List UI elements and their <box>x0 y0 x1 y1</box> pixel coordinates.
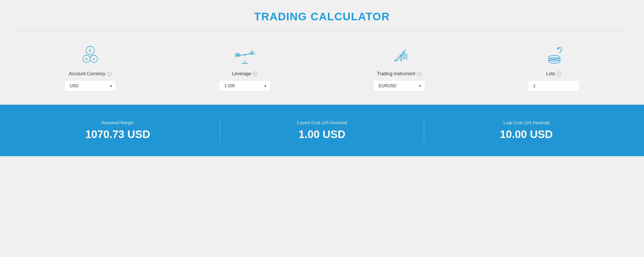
pip-cost-result: 1-pip Cost (2/4 Decimal) 10.00 USD <box>424 115 628 146</box>
svg-point-28 <box>549 60 560 63</box>
page-wrapper: TRADING CALCULATOR € $ £ <box>0 0 644 156</box>
pip-cost-label: 1-pip Cost (2/4 Decimal) <box>503 120 550 126</box>
required-margin-label: Required Margin <box>102 120 134 126</box>
point-cost-label: 1-point Cost (3/5 Decimal) <box>297 120 347 126</box>
leverage-info[interactable]: i <box>253 72 257 76</box>
leverage-icon <box>233 44 257 67</box>
currency-icon: € $ £ <box>78 44 102 67</box>
page-title: TRADING CALCULATOR <box>16 10 628 23</box>
svg-rect-22 <box>406 55 407 59</box>
lots-info[interactable]: i <box>556 72 561 76</box>
svg-text:£: £ <box>93 57 95 61</box>
svg-point-34 <box>549 55 560 59</box>
account-currency-select-wrapper: USD EUR GBP ▼ <box>64 80 116 91</box>
controls-row: € $ £ Account Currency i USD <box>16 44 628 92</box>
lots-icon <box>542 44 566 67</box>
svg-point-17 <box>251 51 253 53</box>
point-cost-result: 1-point Cost (3/5 Decimal) 1.00 USD <box>220 115 424 146</box>
leverage-select[interactable]: 1:10 1:50 1:100 1:200 1:500 <box>219 80 271 91</box>
leverage-svg <box>234 45 255 66</box>
svg-point-15 <box>238 53 239 55</box>
leverage-control: Leverage i 1:10 1:50 1:100 1:200 1:500 ▼ <box>170 44 320 91</box>
svg-text:€: € <box>89 48 91 53</box>
account-currency-control: € $ £ Account Currency i USD <box>16 44 165 91</box>
leverage-label: Leverage i <box>232 71 257 77</box>
trading-instrument-select[interactable]: EURUSD GBPUSD USDJPY USDCHF <box>373 80 425 91</box>
trading-instrument-control: Trading Instrument i EURUSD GBPUSD USDJP… <box>325 44 474 91</box>
svg-point-9 <box>244 54 246 55</box>
top-section: TRADING CALCULATOR € $ £ <box>0 0 644 105</box>
required-margin-result: Required Margin 1070.73 USD <box>16 115 220 146</box>
currency-svg: € $ £ <box>80 45 101 66</box>
account-currency-info[interactable]: i <box>107 72 111 76</box>
svg-point-31 <box>549 58 560 61</box>
trading-instrument-label: Trading Instrument i <box>377 71 422 77</box>
trading-instrument-info[interactable]: i <box>417 72 422 76</box>
pip-cost-value: 10.00 USD <box>500 128 553 141</box>
svg-text:$: $ <box>86 57 88 61</box>
section-divider <box>16 31 628 31</box>
point-cost-value: 1.00 USD <box>299 128 345 141</box>
svg-point-13 <box>236 53 237 55</box>
trading-instrument-select-wrapper: EURUSD GBPUSD USDJPY USDCHF ▼ <box>373 80 425 91</box>
lots-control: Lots i <box>479 44 629 92</box>
instrument-icon <box>387 44 411 67</box>
lots-input[interactable] <box>528 80 580 92</box>
account-currency-select[interactable]: USD EUR GBP <box>64 80 116 91</box>
account-currency-label: Account Currency i <box>69 71 111 77</box>
required-margin-value: 1070.73 USD <box>85 128 150 141</box>
lots-svg <box>543 45 564 66</box>
instrument-svg <box>389 45 410 66</box>
lots-label: Lots i <box>546 71 561 77</box>
leverage-select-wrapper: 1:10 1:50 1:100 1:200 1:500 ▼ <box>219 80 271 91</box>
results-section: Required Margin 1070.73 USD 1-point Cost… <box>0 105 644 156</box>
